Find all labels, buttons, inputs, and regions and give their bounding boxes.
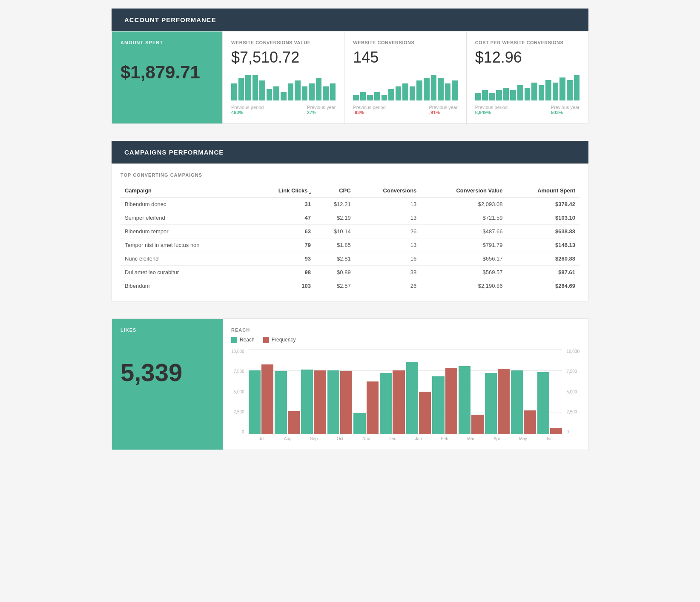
wc-card: WEBSITE CONVERSIONS 145 Previous period … [344, 32, 466, 123]
cell-clicks: 63 [251, 225, 315, 238]
col-conv-value: Conversion Value [421, 184, 507, 198]
cell-campaign: Dui amet leo curabitur [120, 266, 251, 279]
wc-value: 145 [353, 49, 457, 66]
bar-group-nov [353, 381, 379, 434]
cell-cpc: $2.19 [315, 211, 355, 225]
bar-group-may [511, 370, 536, 434]
reach-legend-dot [231, 337, 237, 343]
cell-amount-spent: $146.13 [507, 238, 580, 252]
y-axis-right: 10,0007,5005,0002,5000 [566, 349, 580, 434]
cell-conversions: 26 [355, 225, 421, 238]
cell-clicks: 98 [251, 266, 315, 279]
table-row: Bibendum 103 $2.57 26 $2,190.86 $264.69 [120, 279, 580, 293]
cell-campaign: Tempor nisi in amet luctus non [120, 238, 251, 252]
col-amount-spent: Amount Spent [507, 184, 580, 198]
bar-group-dec [380, 370, 405, 434]
amount-spent-value: $1,879.71 [120, 62, 214, 83]
table-title: TOP CONVERTING CAMPAIGNS [120, 172, 580, 178]
bar-group-apr [485, 369, 510, 434]
cell-cpc: $2.81 [315, 252, 355, 266]
cell-conv-value: $2,190.86 [421, 279, 507, 293]
bar-group-jan [406, 362, 431, 434]
wcv-footer: Previous period 463% Previous year 27% [231, 105, 336, 115]
cell-cpc: $12.21 [315, 198, 355, 211]
bar-group-oct [327, 370, 353, 434]
table-row: Bibendum donec 31 $12.21 13 $2,093.08 $3… [120, 198, 580, 211]
cpwc-value: $12.96 [475, 49, 580, 66]
cell-campaign: Bibendum tempor [120, 225, 251, 238]
cell-amount-spent: $87.61 [507, 266, 580, 279]
likes-value: 5,339 [120, 358, 214, 387]
cell-cpc: $0.89 [315, 266, 355, 279]
cell-conv-value: $791.79 [421, 238, 507, 252]
cell-clicks: 93 [251, 252, 315, 266]
cell-cpc: $2.57 [315, 279, 355, 293]
wcv-label: WEBSITE CONVERSIONS VALUE [231, 40, 336, 45]
reach-card: REACH Reach Frequency 10,0007,5005,0002,… [223, 319, 588, 450]
amount-spent-label: AMOUNT SPENT [120, 40, 214, 45]
account-performance-header: ACCOUNT PERFORMANCE [112, 9, 588, 31]
wcv-value: $7,510.72 [231, 49, 336, 66]
col-conversions: Conversions [355, 184, 421, 198]
cell-conversions: 13 [355, 211, 421, 225]
likes-card: LIKES 5,339 [112, 319, 223, 450]
bar-group-aug [275, 371, 300, 434]
wcv-card: WEBSITE CONVERSIONS VALUE $7,510.72 Prev… [223, 32, 344, 123]
cell-conversions: 13 [355, 238, 421, 252]
cpwc-chart [475, 71, 580, 100]
table-row: Bibendum tempor 63 $10.14 26 $487.66 $63… [120, 225, 580, 238]
table-row: Dui amet leo curabitur 98 $0.89 38 $569.… [120, 266, 580, 279]
wc-footer: Previous period -93% Previous year -91% [353, 105, 457, 115]
col-clicks: Link Clicks ‸ [251, 184, 315, 198]
frequency-legend-dot [263, 337, 269, 343]
col-cpc: CPC [315, 184, 355, 198]
campaigns-table: Campaign Link Clicks ‸ CPC Conversions C… [120, 184, 580, 292]
chart-grid: JulAugSepOctNovDecJanFebMarAprMayJun [249, 349, 562, 441]
y-axis-left: 10,0007,5005,0002,5000 [231, 349, 244, 434]
cell-amount-spent: $260.88 [507, 252, 580, 266]
cell-conversions: 38 [355, 266, 421, 279]
cell-campaign: Bibendum donec [120, 198, 251, 211]
bar-group-sep [301, 370, 326, 434]
table-row: Semper eleifend 47 $2.19 13 $721.59 $103… [120, 211, 580, 225]
bar-group-jun [537, 372, 562, 434]
cell-campaign: Bibendum [120, 279, 251, 293]
cell-conversions: 16 [355, 252, 421, 266]
cell-clicks: 79 [251, 238, 315, 252]
wc-chart [353, 71, 457, 100]
metrics-row: AMOUNT SPENT $1,879.71 WEBSITE CONVERSIO… [112, 31, 588, 124]
table-row: Nunc eleifend 93 $2.81 16 $656.17 $260.8… [120, 252, 580, 266]
reach-chart-wrapper: 10,0007,5005,0002,5000 JulAugSepOctNovDe… [231, 349, 580, 441]
account-performance-section: ACCOUNT PERFORMANCE AMOUNT SPENT $1,879.… [112, 9, 588, 124]
chart-legend: Reach Frequency [231, 337, 580, 343]
reach-bars [249, 349, 562, 434]
reach-title: REACH [231, 327, 580, 333]
bar-group-mar [459, 366, 484, 434]
reach-legend-label: Reach [240, 337, 255, 343]
cell-clicks: 47 [251, 211, 315, 225]
cell-conv-value: $656.17 [421, 252, 507, 266]
cpwc-footer: Previous period 8,949% Previous year 503… [475, 105, 580, 115]
campaigns-table-container: TOP CONVERTING CAMPAIGNS Campaign Link C… [112, 163, 588, 301]
cell-conv-value: $569.57 [421, 266, 507, 279]
cell-conv-value: $2,093.08 [421, 198, 507, 211]
frequency-legend-label: Frequency [272, 337, 296, 343]
bar-group-jul [249, 364, 274, 434]
cell-conversions: 26 [355, 279, 421, 293]
bottom-section: LIKES 5,339 REACH Reach Frequency 10,000… [112, 318, 588, 450]
table-row: Tempor nisi in amet luctus non 79 $1.85 … [120, 238, 580, 252]
cell-amount-spent: $638.88 [507, 225, 580, 238]
cell-campaign: Semper eleifend [120, 211, 251, 225]
cell-cpc: $1.85 [315, 238, 355, 252]
cell-conv-value: $487.66 [421, 225, 507, 238]
cell-amount-spent: $103.10 [507, 211, 580, 225]
campaigns-performance-section: CAMPAIGNS PERFORMANCE TOP CONVERTING CAM… [112, 141, 588, 301]
wcv-chart [231, 71, 336, 100]
cell-campaign: Nunc eleifend [120, 252, 251, 266]
amount-spent-card: AMOUNT SPENT $1,879.71 [112, 32, 223, 123]
campaigns-header: CAMPAIGNS PERFORMANCE [112, 141, 588, 163]
cell-clicks: 103 [251, 279, 315, 293]
bar-group-feb [432, 368, 457, 434]
cell-clicks: 31 [251, 198, 315, 211]
cpwc-label: COST PER WEBSITE CONVERSIONS [475, 40, 580, 45]
